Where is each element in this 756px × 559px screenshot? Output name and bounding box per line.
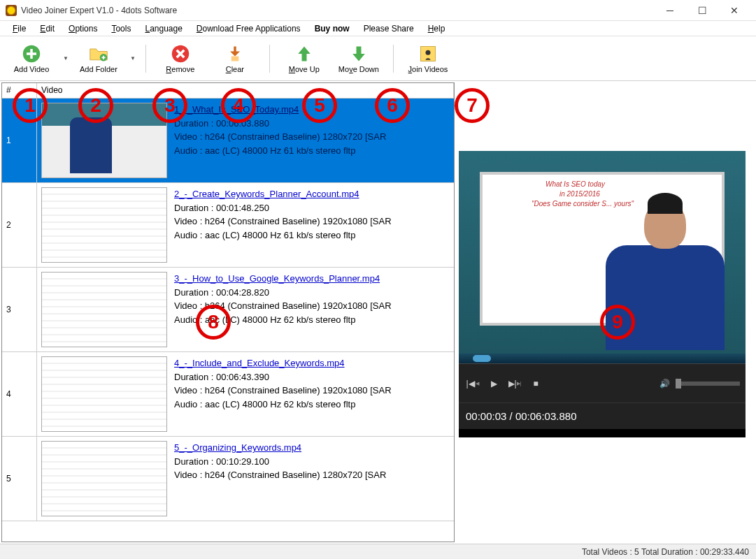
video-thumbnail <box>41 103 167 178</box>
move-up-button[interactable]: Move Up <box>280 39 329 78</box>
arrow-down-icon <box>349 44 369 64</box>
column-video[interactable]: Video <box>37 83 454 98</box>
svg-rect-3 <box>231 56 239 61</box>
audio-codec: Audio : aac (LC) 48000 Hz 61 kb/s stereo… <box>174 144 386 158</box>
app-icon <box>6 5 17 16</box>
menu-file[interactable]: File <box>7 22 31 35</box>
table-row[interactable]: 2 2_-_Create_Keywords_Planner_Account.mp… <box>2 183 454 268</box>
video-filename: 5_-_Organizing_Keywords.mp4 <box>174 441 386 455</box>
close-button[interactable]: ✕ <box>718 0 750 21</box>
toolbar: Add Video ▼ Add Folder ▼ Remove Clear Mo… <box>0 36 756 81</box>
player-screen[interactable]: What Is SEO today in 2015/2016 "Does Gam… <box>459 151 746 354</box>
video-filename: 4_-_Include_and_Exclude_Keywords.mp4 <box>174 356 392 370</box>
video-thumbnail <box>41 441 167 516</box>
video-codec: Video : h264 (Constrained Baseline) 1920… <box>174 384 392 398</box>
row-index: 3 <box>2 268 37 351</box>
next-button[interactable]: ▶|▶| <box>506 375 523 392</box>
video-player: What Is SEO today in 2015/2016 "Does Gam… <box>459 151 746 437</box>
prev-button[interactable]: |◀|◀ <box>464 375 481 392</box>
table-row[interactable]: 4 4_-_Include_and_Exclude_Keywords.mp4 D… <box>2 352 454 437</box>
video-duration: Duration : 00:01:48.250 <box>174 201 392 215</box>
volume-knob[interactable] <box>676 379 681 389</box>
table-row[interactable]: 5 5_-_Organizing_Keywords.mp4 Duration :… <box>2 437 454 521</box>
menu-options[interactable]: Options <box>63 22 103 35</box>
table-row[interactable]: 1 1_-_What_Is_SEO_Today.mp4 Duration : 0… <box>2 99 454 183</box>
column-number[interactable]: # <box>2 83 37 98</box>
video-filename: 1_-_What_Is_SEO_Today.mp4 <box>174 103 386 117</box>
add-icon <box>22 44 41 64</box>
video-duration: Duration : 00:06:03.880 <box>174 117 386 131</box>
row-index: 1 <box>2 99 37 182</box>
menu-buy[interactable]: Buy now <box>309 22 355 35</box>
row-index: 2 <box>2 183 37 267</box>
stop-button[interactable]: ■ <box>527 375 544 392</box>
add-video-button[interactable]: Add Video <box>7 39 56 78</box>
chevron-down-icon[interactable]: ▼ <box>63 55 69 61</box>
window-title: Video Joiner Expert V1.0 - 4dots Softwar… <box>21 6 654 15</box>
video-codec: Video : h264 (Constrained Baseline) 1920… <box>174 215 392 228</box>
whiteboard-text: What Is SEO today <box>545 180 605 188</box>
add-folder-button[interactable]: Add Folder <box>74 39 123 78</box>
svg-point-5 <box>425 50 430 55</box>
menu-download[interactable]: Download Free Applications <box>191 22 306 35</box>
row-index: 4 <box>2 352 37 436</box>
maximize-button[interactable]: ☐ <box>686 0 718 21</box>
join-icon <box>418 44 438 64</box>
video-codec: Video : h264 (Constrained Baseline) 1280… <box>174 468 386 482</box>
video-filename: 3_-_How_to_Use_Google_Keywords_Planner.m… <box>174 272 392 286</box>
video-list-pane: # Video 1 1_-_What_Is_SEO_Today.mp4 Dura… <box>1 82 455 542</box>
video-meta: 1_-_What_Is_SEO_Today.mp4 Duration : 00:… <box>174 103 386 178</box>
remove-button[interactable]: Remove <box>156 39 205 78</box>
titlebar: Video Joiner Expert V1.0 - 4dots Softwar… <box>0 0 756 21</box>
audio-codec: Audio : aac (LC) 48000 Hz 62 kb/s stereo… <box>174 313 392 327</box>
player-controls: |◀|◀ ▶ ▶|▶| ■ 🔊 <box>459 363 746 402</box>
menu-tools[interactable]: Tools <box>106 22 136 35</box>
video-filename: 2_-_Create_Keywords_Planner_Account.mp4 <box>174 187 392 201</box>
volume-slider[interactable] <box>677 382 740 386</box>
video-thumbnail <box>41 187 167 263</box>
video-codec: Video : h264 (Constrained Baseline) 1920… <box>174 299 392 313</box>
video-thumbnail <box>41 272 167 347</box>
status-text: Total Videos : 5 Total Duration : 00:29:… <box>582 547 749 557</box>
status-bar: Total Videos : 5 Total Duration : 00:29:… <box>0 544 756 559</box>
preview-pane: What Is SEO today in 2015/2016 "Does Gam… <box>456 81 756 544</box>
seek-knob[interactable] <box>473 355 491 362</box>
audio-codec: Audio : aac (LC) 48000 Hz 62 kb/s stereo… <box>174 398 392 412</box>
menubar: File Edit Options Tools Language Downloa… <box>0 21 756 36</box>
list-body[interactable]: 1 1_-_What_Is_SEO_Today.mp4 Duration : 0… <box>2 99 454 542</box>
video-duration: Duration : 00:04:28.820 <box>174 286 392 300</box>
chevron-down-icon[interactable]: ▼ <box>130 55 136 61</box>
player-time: 00:00:03 / 00:06:03.880 <box>459 402 746 429</box>
video-thumbnail <box>41 356 167 432</box>
list-header: # Video <box>2 83 454 99</box>
join-videos-button[interactable]: Join Videos <box>404 39 452 78</box>
volume-icon[interactable]: 🔊 <box>656 375 673 392</box>
audio-codec: Audio : aac (LC) 48000 Hz 61 kb/s stereo… <box>174 228 392 242</box>
video-duration: Duration : 00:06:43.390 <box>174 370 392 384</box>
clear-button[interactable]: Clear <box>211 39 259 78</box>
menu-help[interactable]: Help <box>422 22 451 35</box>
whiteboard-text: in 2015/2016 <box>559 190 600 198</box>
move-down-button[interactable]: Move Down <box>334 39 383 78</box>
menu-edit[interactable]: Edit <box>34 22 60 35</box>
row-index: 5 <box>2 437 37 521</box>
clear-icon <box>225 44 245 64</box>
video-duration: Duration : 00:10:29.100 <box>174 455 386 469</box>
seek-bar[interactable] <box>459 354 746 363</box>
play-button[interactable]: ▶ <box>485 375 502 392</box>
remove-icon <box>171 44 190 64</box>
folder-add-icon <box>89 44 108 64</box>
menu-language[interactable]: Language <box>139 22 187 35</box>
minimize-button[interactable]: ─ <box>654 0 686 21</box>
video-codec: Video : h264 (Constrained Baseline) 1280… <box>174 130 386 144</box>
arrow-up-icon <box>294 44 314 64</box>
table-row[interactable]: 3 3_-_How_to_Use_Google_Keywords_Planner… <box>2 268 454 352</box>
menu-share[interactable]: Please Share <box>358 22 420 35</box>
